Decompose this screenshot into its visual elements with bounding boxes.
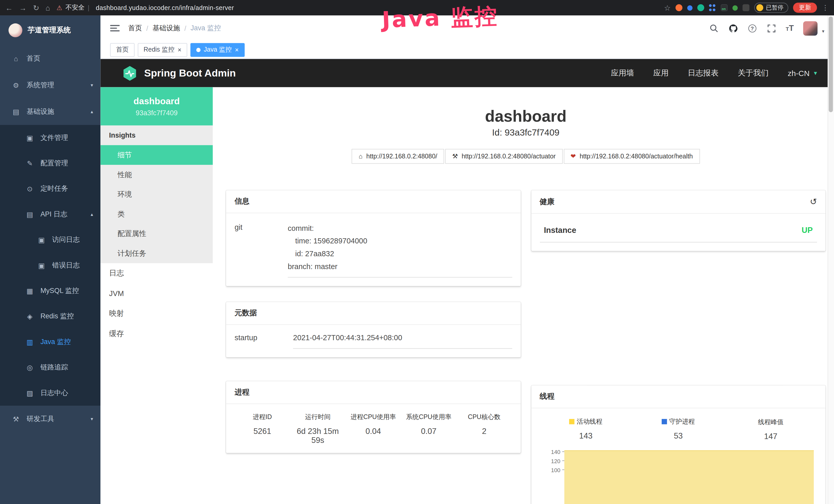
sidebar-item-access-logs[interactable]: ▣ 访问日志 xyxy=(0,227,101,252)
sba-instance-header[interactable]: dashboard 93a3fc7f7409 xyxy=(101,87,213,125)
sidebar-item-config-management[interactable]: ✎ 配置管理 xyxy=(0,151,101,176)
sidebar-item-system[interactable]: ⚙ 系统管理 ▾ xyxy=(0,72,101,98)
sidebar-item-mysql-monitor[interactable]: ▦ MySQL 监控 xyxy=(0,278,101,303)
breadcrumb-infrastructure[interactable]: 基础设施 xyxy=(153,23,180,33)
breadcrumb-home[interactable]: 首页 xyxy=(128,23,142,33)
app-logo[interactable]: 芋道管理系统 xyxy=(0,16,101,45)
scrollbar-thumb[interactable] xyxy=(829,17,833,112)
home-icon[interactable]: ⌂ xyxy=(46,3,50,12)
health-url-button[interactable]: ❤ http://192.168.0.2:48080/actuator/heal… xyxy=(564,149,700,164)
help-icon[interactable]: ? xyxy=(747,23,757,33)
security-chip[interactable]: ⚠ 不安全 | xyxy=(57,3,89,12)
profile-paused-badge[interactable]: 已暂停 xyxy=(754,3,788,13)
sidebar-item-api-logs[interactable]: ▤ API 日志 ▴ xyxy=(0,202,101,227)
address-bar[interactable]: dashboard.yudao.iocoder.cn/infra/admin-s… xyxy=(96,4,234,12)
plugin-extension-icon[interactable] xyxy=(743,4,749,11)
sidebar-item-redis-monitor[interactable]: ◈ Redis 监控 xyxy=(0,303,101,329)
sidebar-item-infrastructure[interactable]: ▤ 基础设施 ▴ xyxy=(0,98,101,125)
menu-label: 错误日志 xyxy=(52,260,80,270)
header-actions: ? TT ▾ xyxy=(709,21,825,36)
font-size-icon[interactable]: TT xyxy=(786,23,794,33)
sba-main: dashboard Id: 93a3fc7f7409 ⌂ http://192.… xyxy=(213,87,834,504)
tab-java-monitor[interactable]: Java 监控 × xyxy=(190,43,244,57)
sba-sidebar: dashboard 93a3fc7f7409 Insights 细节 性能 环境… xyxy=(101,87,213,504)
sidebar-item-scheduled-tasks[interactable]: ⊙ 定时任务 xyxy=(0,176,101,201)
sba-item-metrics[interactable]: 性能 xyxy=(101,165,213,185)
browser-actions: ☆ on 已暂停 更新 ⋮ xyxy=(664,3,829,13)
sba-logo-icon xyxy=(122,65,138,81)
leaf-extension-icon[interactable] xyxy=(732,5,738,10)
grid-extension-icon[interactable] xyxy=(709,4,716,11)
sba-item-caches[interactable]: 缓存 xyxy=(101,324,213,344)
admin-header: 首页 / 基础设施 / Java 监控 ? xyxy=(101,16,834,41)
log-center-icon: ▨ xyxy=(25,389,34,397)
nav-item-wall[interactable]: 应用墙 xyxy=(611,68,634,78)
browser-menu-icon[interactable]: ⋮ xyxy=(822,4,829,12)
history-icon[interactable]: ↺ xyxy=(810,197,817,207)
infrastructure-icon: ▤ xyxy=(12,108,20,116)
colorpicker-extension-icon[interactable] xyxy=(687,5,693,10)
forward-icon[interactable]: → xyxy=(19,3,27,12)
nav-item-journal[interactable]: 日志报表 xyxy=(688,68,719,78)
user-avatar[interactable] xyxy=(804,21,818,36)
y-tick: 120 xyxy=(551,458,560,464)
sba-item-classes[interactable]: 类 xyxy=(101,204,213,224)
sba-item-scheduled-tasks[interactable]: 计划任务 xyxy=(101,244,213,263)
sidebar-toggle-icon[interactable] xyxy=(110,25,120,31)
actuator-url-button[interactable]: ⚒ http://192.168.0.2:48080/actuator xyxy=(445,149,563,164)
page-scrollbar[interactable] xyxy=(828,16,834,504)
locale-selector[interactable]: zh-CN ▼ xyxy=(788,69,818,77)
close-icon[interactable]: × xyxy=(235,46,239,53)
bookmark-star-icon[interactable]: ☆ xyxy=(664,3,671,12)
tab-label: Redis 监控 xyxy=(144,45,174,54)
menu-label: 系统管理 xyxy=(27,81,54,90)
threads-legend: 活动线程 143 守护进程 xyxy=(540,417,817,441)
reload-icon[interactable]: ↻ xyxy=(33,3,39,12)
green-extension-icon[interactable] xyxy=(697,4,704,11)
sidebar-item-dev-tools[interactable]: ⚒ 研发工具 ▾ xyxy=(0,406,101,432)
sba-item-details[interactable]: 细节 xyxy=(101,145,213,165)
page-title: dashboard xyxy=(226,107,826,125)
menu-label: API 日志 xyxy=(40,209,67,219)
sidebar-item-trace[interactable]: ◎ 链路追踪 xyxy=(0,354,101,380)
url-label: http://192.168.0.2:48080/actuator/health xyxy=(580,153,693,160)
instance-id: 93a3fc7f7409 xyxy=(136,109,177,117)
back-icon[interactable]: ← xyxy=(5,3,13,12)
health-instance-row[interactable]: Instance UP xyxy=(540,222,817,243)
instance-urls: ⌂ http://192.168.0.2:48080/ ⚒ http://192… xyxy=(226,149,826,164)
tab-redis-monitor[interactable]: Redis 监控 × xyxy=(138,43,187,57)
left-card-column: 信息 git commit: time: 1596289704000 id: 2 xyxy=(226,190,520,504)
process-header-cpu: 进程CPU使用率 xyxy=(346,413,401,421)
process-value-syscpu: 0.07 xyxy=(401,427,456,435)
sidebar-item-error-logs[interactable]: ▣ 错误日志 xyxy=(0,253,101,278)
sba-brand[interactable]: Spring Boot Admin xyxy=(122,65,236,81)
switch-extension-icon[interactable]: on xyxy=(721,4,728,11)
sba-item-mappings[interactable]: 映射 xyxy=(101,303,213,324)
fullscreen-icon[interactable] xyxy=(766,23,776,33)
nav-item-applications[interactable]: 应用 xyxy=(653,68,668,78)
url-label: http://192.168.0.2:48080/ xyxy=(366,153,437,160)
menu-label: 配置管理 xyxy=(40,158,68,168)
sba-item-environment[interactable]: 环境 xyxy=(101,185,213,204)
insights-group-label: Insights xyxy=(101,125,213,145)
chrome-update-button[interactable]: 更新 xyxy=(793,3,817,13)
sidebar-item-java-monitor[interactable]: ▥ Java 监控 xyxy=(0,329,101,354)
close-icon[interactable]: × xyxy=(178,46,182,53)
extension-icon-orange[interactable] xyxy=(676,4,682,11)
active-threads-label: 活动线程 xyxy=(577,417,602,426)
sba-item-logs[interactable]: 日志 xyxy=(101,263,213,283)
process-header-uptime: 运行时间 xyxy=(290,413,346,421)
sidebar-item-home[interactable]: ⌂ 首页 xyxy=(0,45,101,72)
service-url-button[interactable]: ⌂ http://192.168.0.2:48080/ xyxy=(352,149,444,164)
search-icon[interactable] xyxy=(709,23,719,33)
sba-item-jvm[interactable]: JVM xyxy=(101,283,213,304)
status-badge: UP xyxy=(802,225,813,234)
process-value-pid: 5261 xyxy=(235,427,290,435)
sidebar-item-file-management[interactable]: ▣ 文件管理 xyxy=(0,125,101,151)
nav-item-about[interactable]: 关于我们 xyxy=(738,68,768,78)
sidebar-item-log-center[interactable]: ▨ 日志中心 xyxy=(0,380,101,406)
process-header-pid: 进程ID xyxy=(235,413,290,421)
sba-item-config-props[interactable]: 配置属性 xyxy=(101,224,213,244)
tab-home[interactable]: 首页 xyxy=(110,43,135,57)
github-icon[interactable] xyxy=(728,23,738,33)
